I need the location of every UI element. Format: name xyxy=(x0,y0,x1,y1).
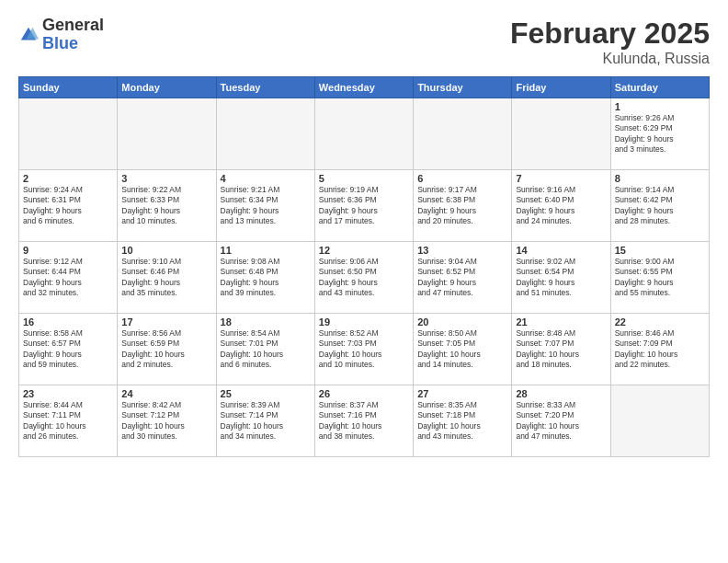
calendar-body: 1Sunrise: 9:26 AM Sunset: 6:29 PM Daylig… xyxy=(19,98,710,457)
logo-text: General Blue xyxy=(42,17,104,53)
calendar-cell xyxy=(610,385,709,457)
header-day: Saturday xyxy=(610,77,709,98)
header-day: Tuesday xyxy=(216,77,314,98)
logo-general: General xyxy=(42,17,104,35)
calendar-cell: 10Sunrise: 9:10 AM Sunset: 6:46 PM Dayli… xyxy=(118,242,216,314)
week-row: 16Sunrise: 8:58 AM Sunset: 6:57 PM Dayli… xyxy=(19,314,710,385)
day-info: Sunrise: 8:46 AM Sunset: 7:09 PM Dayligh… xyxy=(615,328,705,371)
calendar-cell: 12Sunrise: 9:06 AM Sunset: 6:50 PM Dayli… xyxy=(314,242,413,314)
header: General Blue February 2025 Kulunda, Russ… xyxy=(18,17,710,67)
day-info: Sunrise: 8:54 AM Sunset: 7:01 PM Dayligh… xyxy=(221,328,311,371)
calendar-cell: 28Sunrise: 8:33 AM Sunset: 7:20 PM Dayli… xyxy=(512,385,610,457)
day-number: 8 xyxy=(615,173,705,184)
day-number: 25 xyxy=(221,388,311,399)
day-info: Sunrise: 9:22 AM Sunset: 6:33 PM Dayligh… xyxy=(121,185,211,227)
calendar: SundayMondayTuesdayWednesdayThursdayFrid… xyxy=(18,76,710,457)
calendar-cell: 9Sunrise: 9:12 AM Sunset: 6:44 PM Daylig… xyxy=(19,242,118,314)
calendar-cell: 8Sunrise: 9:14 AM Sunset: 6:42 PM Daylig… xyxy=(610,170,709,242)
day-number: 9 xyxy=(23,245,113,256)
day-number: 22 xyxy=(615,316,705,327)
day-number: 20 xyxy=(417,316,507,327)
day-info: Sunrise: 8:48 AM Sunset: 7:07 PM Dayligh… xyxy=(516,328,606,371)
day-number: 14 xyxy=(516,245,606,256)
day-number: 2 xyxy=(23,173,113,184)
day-number: 10 xyxy=(121,245,211,256)
calendar-cell: 1Sunrise: 9:26 AM Sunset: 6:29 PM Daylig… xyxy=(610,98,709,170)
calendar-cell xyxy=(512,98,610,170)
day-number: 4 xyxy=(221,173,311,184)
calendar-cell: 23Sunrise: 8:44 AM Sunset: 7:11 PM Dayli… xyxy=(19,385,118,457)
week-row: 1Sunrise: 9:26 AM Sunset: 6:29 PM Daylig… xyxy=(19,98,710,170)
day-info: Sunrise: 8:56 AM Sunset: 6:59 PM Dayligh… xyxy=(121,328,211,371)
calendar-cell: 17Sunrise: 8:56 AM Sunset: 6:59 PM Dayli… xyxy=(118,314,216,385)
calendar-cell: 11Sunrise: 9:08 AM Sunset: 6:48 PM Dayli… xyxy=(216,242,314,314)
day-info: Sunrise: 9:08 AM Sunset: 6:48 PM Dayligh… xyxy=(221,257,311,299)
calendar-cell: 21Sunrise: 8:48 AM Sunset: 7:07 PM Dayli… xyxy=(512,314,610,385)
day-number: 24 xyxy=(121,388,211,399)
day-info: Sunrise: 9:17 AM Sunset: 6:38 PM Dayligh… xyxy=(417,185,507,227)
day-info: Sunrise: 9:02 AM Sunset: 6:54 PM Dayligh… xyxy=(516,257,606,299)
calendar-cell: 6Sunrise: 9:17 AM Sunset: 6:38 PM Daylig… xyxy=(414,170,512,242)
calendar-cell: 4Sunrise: 9:21 AM Sunset: 6:34 PM Daylig… xyxy=(216,170,314,242)
calendar-cell: 22Sunrise: 8:46 AM Sunset: 7:09 PM Dayli… xyxy=(610,314,709,385)
calendar-cell xyxy=(19,98,118,170)
day-info: Sunrise: 9:14 AM Sunset: 6:42 PM Dayligh… xyxy=(615,185,705,227)
day-info: Sunrise: 8:42 AM Sunset: 7:12 PM Dayligh… xyxy=(121,400,211,442)
calendar-cell: 2Sunrise: 9:24 AM Sunset: 6:31 PM Daylig… xyxy=(19,170,118,242)
calendar-cell: 27Sunrise: 8:35 AM Sunset: 7:18 PM Dayli… xyxy=(414,385,512,457)
calendar-cell: 24Sunrise: 8:42 AM Sunset: 7:12 PM Dayli… xyxy=(118,385,216,457)
day-info: Sunrise: 8:52 AM Sunset: 7:03 PM Dayligh… xyxy=(319,328,409,371)
calendar-cell: 15Sunrise: 9:00 AM Sunset: 6:55 PM Dayli… xyxy=(610,242,709,314)
day-number: 6 xyxy=(417,173,507,184)
day-number: 23 xyxy=(23,388,113,399)
header-day: Thursday xyxy=(414,77,512,98)
calendar-cell: 19Sunrise: 8:52 AM Sunset: 7:03 PM Dayli… xyxy=(314,314,413,385)
calendar-header: SundayMondayTuesdayWednesdayThursdayFrid… xyxy=(19,77,710,98)
day-number: 27 xyxy=(417,388,507,399)
month-title: February 2025 xyxy=(510,17,710,51)
week-row: 23Sunrise: 8:44 AM Sunset: 7:11 PM Dayli… xyxy=(19,385,710,457)
day-number: 16 xyxy=(23,316,113,327)
calendar-cell: 25Sunrise: 8:39 AM Sunset: 7:14 PM Dayli… xyxy=(216,385,314,457)
calendar-cell: 13Sunrise: 9:04 AM Sunset: 6:52 PM Dayli… xyxy=(414,242,512,314)
calendar-cell xyxy=(216,98,314,170)
calendar-cell: 20Sunrise: 8:50 AM Sunset: 7:05 PM Dayli… xyxy=(414,314,512,385)
calendar-cell: 5Sunrise: 9:19 AM Sunset: 6:36 PM Daylig… xyxy=(314,170,413,242)
title-block: February 2025 Kulunda, Russia xyxy=(510,17,710,67)
day-number: 7 xyxy=(516,173,606,184)
day-info: Sunrise: 9:24 AM Sunset: 6:31 PM Dayligh… xyxy=(23,185,113,227)
week-row: 2Sunrise: 9:24 AM Sunset: 6:31 PM Daylig… xyxy=(19,170,710,242)
logo: General Blue xyxy=(18,17,104,53)
day-info: Sunrise: 9:19 AM Sunset: 6:36 PM Dayligh… xyxy=(319,185,409,227)
calendar-cell: 16Sunrise: 8:58 AM Sunset: 6:57 PM Dayli… xyxy=(19,314,118,385)
day-number: 19 xyxy=(319,316,409,327)
day-number: 13 xyxy=(417,245,507,256)
page: General Blue February 2025 Kulunda, Russ… xyxy=(0,0,728,563)
calendar-cell xyxy=(414,98,512,170)
calendar-cell: 26Sunrise: 8:37 AM Sunset: 7:16 PM Dayli… xyxy=(314,385,413,457)
calendar-cell: 14Sunrise: 9:02 AM Sunset: 6:54 PM Dayli… xyxy=(512,242,610,314)
day-info: Sunrise: 9:06 AM Sunset: 6:50 PM Dayligh… xyxy=(319,257,409,299)
day-number: 1 xyxy=(615,101,705,112)
day-info: Sunrise: 8:50 AM Sunset: 7:05 PM Dayligh… xyxy=(417,328,507,371)
day-number: 3 xyxy=(121,173,211,184)
calendar-cell xyxy=(314,98,413,170)
day-number: 15 xyxy=(615,245,705,256)
week-row: 9Sunrise: 9:12 AM Sunset: 6:44 PM Daylig… xyxy=(19,242,710,314)
day-number: 28 xyxy=(516,388,606,399)
day-number: 21 xyxy=(516,316,606,327)
calendar-cell: 7Sunrise: 9:16 AM Sunset: 6:40 PM Daylig… xyxy=(512,170,610,242)
header-row: SundayMondayTuesdayWednesdayThursdayFrid… xyxy=(19,77,710,98)
header-day: Friday xyxy=(512,77,610,98)
day-info: Sunrise: 9:26 AM Sunset: 6:29 PM Dayligh… xyxy=(615,113,705,155)
day-info: Sunrise: 8:35 AM Sunset: 7:18 PM Dayligh… xyxy=(417,400,507,442)
header-day: Monday xyxy=(118,77,216,98)
day-info: Sunrise: 9:10 AM Sunset: 6:46 PM Dayligh… xyxy=(121,257,211,299)
day-info: Sunrise: 9:16 AM Sunset: 6:40 PM Dayligh… xyxy=(516,185,606,227)
day-info: Sunrise: 9:12 AM Sunset: 6:44 PM Dayligh… xyxy=(23,257,113,299)
header-day: Wednesday xyxy=(314,77,413,98)
day-info: Sunrise: 8:44 AM Sunset: 7:11 PM Dayligh… xyxy=(23,400,113,442)
day-number: 17 xyxy=(121,316,211,327)
day-info: Sunrise: 8:33 AM Sunset: 7:20 PM Dayligh… xyxy=(516,400,606,442)
day-info: Sunrise: 9:00 AM Sunset: 6:55 PM Dayligh… xyxy=(615,257,705,299)
